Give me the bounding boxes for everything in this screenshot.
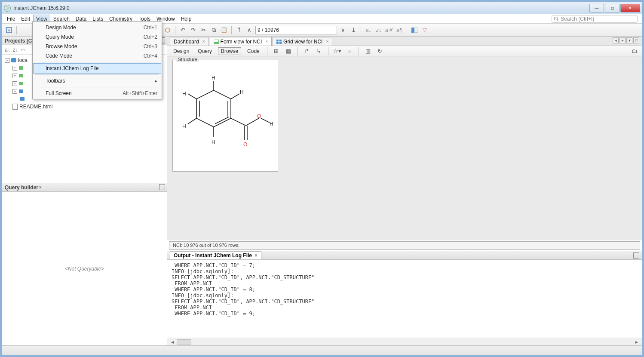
mode-query[interactable]: Query (195, 48, 215, 55)
svg-line-24 (231, 118, 246, 126)
scroll-right-icon[interactable]: ▸ (633, 339, 640, 345)
menu-design-mode[interactable]: Design ModeCtrl+1 (34, 23, 161, 32)
projects-title-label: Projects [C (5, 38, 32, 44)
layout-icon[interactable] (410, 26, 419, 34)
mode-browse[interactable]: Browse (218, 47, 241, 55)
output-tab[interactable]: Output - Instant JChem Log File × (170, 251, 261, 259)
sort-icon[interactable]: a↓ (5, 47, 10, 53)
tab-form-view[interactable]: Form view for NCI× (210, 37, 272, 46)
prev-button[interactable]: ∧ (245, 26, 254, 34)
reload-icon[interactable]: ↻ (376, 47, 384, 55)
menu-separator (35, 62, 159, 62)
menu-separator (35, 87, 159, 87)
tree-readme[interactable]: README.html (5, 103, 164, 111)
tile-icon[interactable]: ▥ (364, 47, 372, 55)
structure-label: Structure (176, 57, 199, 62)
svg-line-21 (188, 94, 196, 99)
maximize-editor-icon[interactable]: ◻ (633, 37, 639, 43)
list-icon[interactable]: ≡ (345, 47, 354, 55)
cut-button[interactable]: ✂ (199, 26, 208, 34)
svg-rect-10 (214, 41, 218, 42)
close-tab-icon[interactable]: × (202, 39, 205, 44)
last-button[interactable]: ⤓ (349, 26, 358, 34)
molecule-svg: H H H H H H O O (173, 60, 279, 168)
close-output-icon[interactable]: × (255, 252, 258, 259)
output-panel: Output - Instant JChem Log File × WHERE … (167, 251, 642, 345)
menu-fullscreen[interactable]: Full ScreenAlt+Shift+Enter (34, 89, 161, 98)
search-icon (554, 16, 559, 22)
titlebar[interactable]: Instant JChem 15.6.29.0 — ◻ ✕ (2, 2, 642, 14)
paste-button[interactable]: 📋 (220, 26, 228, 34)
tab-grid-view[interactable]: Grid view for NCI× (273, 37, 332, 46)
output-body[interactable]: WHERE APP.NCI."CD_ID" = 7; INFO [jdbc.sq… (167, 260, 642, 338)
output-scrollbar[interactable]: ◂ ▸ (167, 338, 642, 345)
app-icon (4, 5, 11, 12)
tab-list-icon[interactable]: ▾ (626, 37, 632, 43)
restore-output-icon[interactable] (633, 252, 639, 259)
right-pane: Dashboard× Form view for NCI× Grid view … (167, 37, 642, 345)
menu-file[interactable]: File (4, 15, 18, 23)
menu-log-file[interactable]: Instant JChem Log File (33, 63, 161, 74)
minimize-button[interactable]: — (589, 4, 604, 12)
sort-cfg-icon[interactable]: a¶ (395, 26, 404, 34)
folder-icon[interactable]: 🗀 (630, 47, 638, 55)
editor-subbar: Design Query Browse Code ⊞ ▦ ↱ ↳ ☆▾ ≡ ▥ … (167, 46, 642, 56)
star-icon[interactable]: ☆▾ (333, 47, 342, 55)
form-icon (214, 40, 219, 44)
structure-panel[interactable]: Structure (172, 60, 278, 172)
svg-line-27 (246, 118, 259, 126)
filter-icon[interactable]: ▽ (420, 26, 429, 34)
svg-text:O: O (257, 113, 261, 119)
menu-browse-mode[interactable]: Browse ModeCtrl+3 (34, 42, 161, 51)
sort-desc-icon[interactable]: z↓ (374, 26, 383, 34)
scroll-thumb[interactable] (177, 339, 191, 345)
svg-marker-15 (196, 90, 231, 127)
undo-button[interactable]: ↶ (178, 26, 187, 34)
tab-dashboard[interactable]: Dashboard× (170, 37, 209, 46)
tab-scroll-right-icon[interactable]: ▸ (619, 37, 626, 43)
menu-toolbars[interactable]: Toolbars▸ (34, 76, 161, 86)
first-button[interactable]: ⤒ (235, 26, 243, 34)
ptr-down-icon[interactable]: ↳ (315, 47, 323, 55)
grid-add-icon[interactable]: ⊞ (272, 47, 281, 55)
mode-code[interactable]: Code (245, 48, 262, 55)
close-panel-icon[interactable]: × (39, 185, 42, 190)
editor-area: Structure (167, 56, 642, 240)
sort-x-icon[interactable]: a✕ (385, 26, 393, 34)
new-button[interactable] (5, 26, 13, 34)
sort-icon[interactable]: z↓ (13, 47, 18, 53)
menu-code-mode[interactable]: Code ModeCtrl+4 (34, 51, 161, 61)
sort-asc-icon[interactable]: a↓ (364, 26, 373, 34)
maximize-button[interactable]: ◻ (605, 4, 619, 12)
query-builder-title: Query builder (5, 185, 38, 191)
ptr-up-icon[interactable]: ↱ (303, 47, 311, 55)
grid-icon[interactable]: ▦ (284, 47, 293, 55)
svg-text:H: H (182, 91, 186, 97)
collapse-icon[interactable]: ▭ (21, 47, 25, 53)
close-tab-icon[interactable]: × (326, 39, 328, 44)
copy-button[interactable]: ⧉ (209, 26, 218, 34)
svg-text:H: H (212, 75, 215, 81)
menu-query-mode[interactable]: Query ModeCtrl+2 (34, 32, 161, 42)
next-button[interactable]: ∨ (339, 26, 347, 34)
menu-separator (35, 74, 159, 75)
svg-line-28 (261, 118, 270, 123)
svg-rect-6 (411, 28, 414, 33)
statusbar (2, 345, 642, 355)
output-header[interactable]: Output - Instant JChem Log File × (167, 251, 642, 260)
scroll-left-icon[interactable]: ◂ (169, 339, 176, 345)
svg-text:H: H (270, 121, 273, 127)
query-builder-header[interactable]: Query builder × (2, 183, 167, 192)
mode-design[interactable]: Design (171, 48, 192, 55)
record-nav-input[interactable] (255, 26, 337, 34)
menu-help[interactable]: Help (178, 15, 195, 23)
restore-panel-icon[interactable] (159, 184, 165, 190)
close-button[interactable]: ✕ (620, 4, 640, 12)
refresh-icon[interactable] (163, 26, 172, 34)
redo-button[interactable]: ↷ (189, 26, 197, 34)
search-input[interactable]: Search (Ctrl+I) (552, 15, 638, 23)
status-row: NCI: 10 976 out of 10 976 rows. (169, 241, 640, 250)
close-tab-icon[interactable]: × (265, 39, 268, 44)
menu-edit[interactable]: Edit (18, 15, 33, 23)
tab-scroll-left-icon[interactable]: ◂ (613, 37, 619, 43)
